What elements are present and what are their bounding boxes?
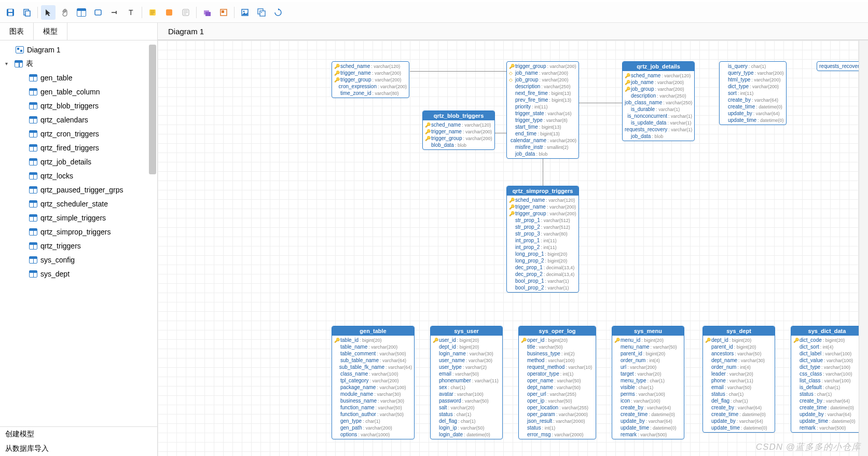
column-row[interactable]: sub_table_fk_name: varchar(64) [332, 364, 414, 370]
column-row[interactable]: parent_id: bigint(20) [612, 350, 684, 357]
column-row[interactable]: 🔑dict_code: bigint(20) [791, 337, 863, 343]
column-row[interactable]: title: varchar(50) [519, 343, 596, 350]
column-row[interactable]: trigger_state: varchar(16) [507, 110, 578, 117]
column-row[interactable]: cron_expression: varchar(200) [332, 83, 409, 90]
tree-table-gen_table_column[interactable]: gen_table_column [0, 85, 157, 99]
column-row[interactable]: str_prop_3: varchar(80) [507, 230, 578, 237]
column-row[interactable]: dec_prop_2: decimal(13,4) [507, 271, 578, 278]
note-yellow-icon[interactable] [145, 5, 160, 20]
image-multi-icon[interactable] [254, 5, 269, 20]
column-row[interactable]: query_type: varchar(200) [720, 70, 786, 76]
column-row[interactable]: css_class: varchar(100) [791, 370, 863, 377]
column-row[interactable]: html_type: varchar(200) [720, 76, 786, 83]
column-row[interactable]: long_prop_1: bigint(20) [507, 251, 578, 257]
column-row[interactable]: update_time: datetime(0) [720, 117, 786, 123]
column-row[interactable]: status: char(1) [791, 391, 863, 397]
column-row[interactable]: url: varchar(200) [612, 364, 684, 370]
column-row[interactable]: job_data: blob [623, 133, 694, 140]
tab-diagram[interactable]: 图表 [0, 23, 34, 40]
column-row[interactable]: requests_recovery: varchar(1) [623, 126, 694, 133]
column-row[interactable]: parent_id: bigint(20) [703, 343, 775, 350]
column-row[interactable]: oper_url: varchar(255) [519, 391, 596, 397]
column-row[interactable]: phonenumber: varchar(11) [431, 377, 502, 384]
column-row[interactable]: 🔑trigger_group: varchar(200) [507, 210, 578, 217]
layer-orange-icon[interactable] [216, 5, 231, 20]
column-row[interactable]: update_time: datetime(0) [703, 424, 775, 431]
rect-icon[interactable] [91, 5, 105, 20]
note-orange-icon[interactable] [162, 5, 176, 20]
column-row[interactable]: status: int(1) [519, 424, 596, 431]
column-row[interactable]: oper_location: varchar(255) [519, 404, 596, 411]
column-row[interactable]: function_name: varchar(50) [332, 404, 414, 411]
entity-qrtz_blob_triggers[interactable]: qrtz_blob_triggers🔑sched_name: varchar(1… [422, 110, 495, 150]
entity-qrtz_simprop_triggers[interactable]: qrtz_simprop_triggers🔑sched_name: varcha… [506, 186, 579, 293]
column-row[interactable]: oper_name: varchar(50) [519, 377, 596, 384]
layer-purple-icon[interactable] [200, 5, 214, 20]
column-row[interactable]: order_num: int(4) [703, 364, 775, 370]
column-row[interactable]: start_time: bigint(13) [507, 123, 578, 130]
column-row[interactable]: 🔑job_name: varchar(200) [623, 79, 694, 86]
column-row[interactable]: 🔑sched_name: varchar(120) [623, 72, 694, 79]
column-row[interactable]: job_data: blob [507, 150, 578, 157]
column-row[interactable]: request_method: varchar(10) [519, 364, 596, 370]
column-row[interactable]: function_author: varchar(50) [332, 411, 414, 418]
column-row[interactable]: update_time: datetime(0) [612, 424, 684, 431]
column-row[interactable]: dict_sort: int(4) [791, 343, 863, 350]
entity-gen_table[interactable]: gen_table🔑table_id: bigint(20)table_name… [332, 326, 415, 439]
tree-table-qrtz_simprop_triggers[interactable]: qrtz_simprop_triggers [0, 225, 157, 239]
tree-table-qrtz_triggers[interactable]: qrtz_triggers [0, 239, 157, 253]
entity-qrtz_job_details[interactable]: qrtz_job_details🔑sched_name: varchar(120… [622, 61, 695, 141]
hand-icon[interactable] [58, 5, 72, 20]
canvas-tab[interactable]: Diagram 1 [158, 23, 868, 40]
column-row[interactable]: 🔑menu_id: bigint(20) [612, 337, 684, 343]
column-row[interactable]: str_prop_2: varchar(512) [507, 224, 578, 230]
column-row[interactable]: login_ip: varchar(50) [431, 424, 502, 431]
column-row[interactable]: calendar_name: varchar(200) [507, 137, 578, 144]
column-row[interactable]: dict_type: varchar(100) [791, 364, 863, 370]
column-row[interactable]: del_flag: char(1) [703, 397, 775, 404]
column-row[interactable]: email: varchar(50) [703, 384, 775, 391]
entity-sys_user[interactable]: sys_user🔑user_id: bigint(20)dept_id: big… [430, 326, 503, 439]
column-row[interactable]: login_name: varchar(30) [431, 350, 502, 357]
entity-sys_dict_data[interactable]: sys_dict_data🔑dict_code: bigint(20)dict_… [791, 326, 863, 433]
column-row[interactable]: blob_data: blob [423, 142, 494, 148]
column-row[interactable]: target: varchar(20) [612, 370, 684, 377]
column-row[interactable]: update_by: varchar(64) [791, 411, 863, 418]
column-row[interactable]: 🔑job_group: varchar(200) [623, 86, 694, 92]
column-row[interactable]: password: varchar(50) [431, 397, 502, 404]
column-row[interactable]: 🔑sched_name: varchar(120) [507, 197, 578, 203]
column-row[interactable]: 🔑trigger_group: varchar(200) [332, 76, 409, 83]
column-row[interactable]: description: varchar(250) [507, 83, 578, 90]
tree-diagram[interactable]: Diagram 1 [0, 43, 157, 57]
column-row[interactable]: list_class: varchar(100) [791, 377, 863, 384]
column-row[interactable]: dept_name: varchar(30) [703, 357, 775, 364]
column-row[interactable]: operator_type: int(1) [519, 370, 596, 377]
column-row[interactable]: description: varchar(250) [623, 92, 694, 99]
column-row[interactable]: json_result: varchar(2000) [519, 418, 596, 424]
column-row[interactable]: module_name: varchar(30) [332, 391, 414, 397]
column-row[interactable]: bool_prop_2: varchar(1) [507, 284, 578, 291]
pointer-icon[interactable] [41, 5, 56, 20]
column-row[interactable]: next_fire_time: bigint(13) [507, 90, 578, 96]
column-row[interactable]: method: varchar(100) [519, 357, 596, 364]
column-row[interactable]: menu_type: char(1) [612, 377, 684, 384]
column-row[interactable]: is_query: char(1) [720, 63, 786, 70]
column-row[interactable]: trigger_type: varchar(8) [507, 117, 578, 123]
column-row[interactable]: long_prop_2: bigint(20) [507, 257, 578, 264]
column-row[interactable]: dec_prop_1: decimal(13,4) [507, 264, 578, 271]
column-row[interactable]: tpl_category: varchar(200) [332, 377, 414, 384]
column-row[interactable]: status: char(1) [703, 391, 775, 397]
column-row[interactable]: sub_table_name: varchar(64) [332, 357, 414, 364]
column-row[interactable]: create_by: varchar(64) [612, 404, 684, 411]
column-row[interactable]: sex: char(1) [431, 384, 502, 391]
column-row[interactable]: dept_name: varchar(50) [519, 384, 596, 391]
tab-model[interactable]: 模型 [34, 23, 67, 40]
column-row[interactable]: leader: varchar(20) [703, 370, 775, 377]
scrollbar[interactable] [149, 40, 156, 426]
tree-table-qrtz_locks[interactable]: qrtz_locks [0, 169, 157, 183]
column-row[interactable]: update_time: datetime(0) [791, 418, 863, 424]
column-row[interactable]: 🔑user_id: bigint(20) [431, 337, 502, 343]
column-row[interactable]: 🔑trigger_name: varchar(200) [423, 128, 494, 135]
column-row[interactable]: int_prop_2: int(11) [507, 244, 578, 251]
column-row[interactable]: misfire_instr: smallint(2) [507, 144, 578, 150]
